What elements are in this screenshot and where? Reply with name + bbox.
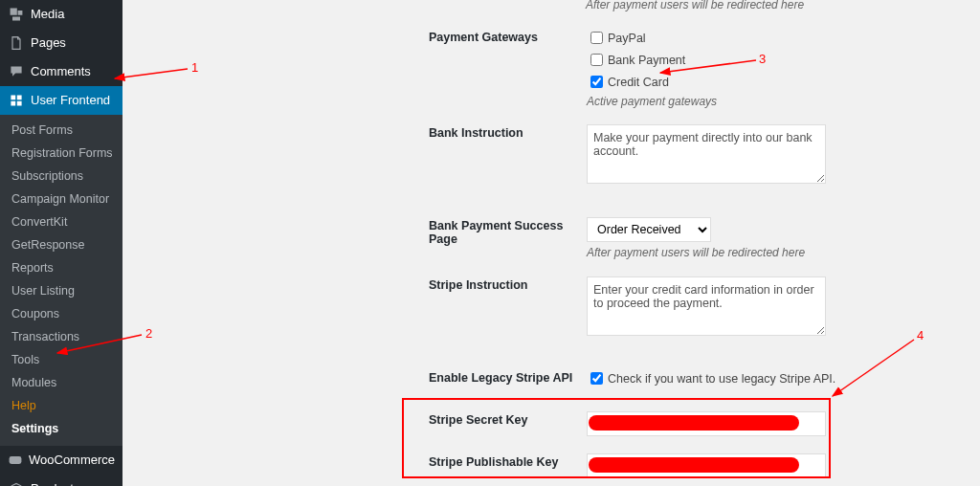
woo-icon: [8, 452, 23, 469]
redacted-bar: [589, 457, 799, 473]
submenu-transactions[interactable]: Transactions: [0, 325, 122, 348]
checkbox-credit-card[interactable]: [590, 76, 603, 88]
submenu-registration-forms[interactable]: Registration Forms: [0, 142, 122, 165]
annotation-3: 3: [759, 52, 766, 66]
bank-success-hint: After payment users will be redirected h…: [587, 246, 946, 259]
submenu-modules[interactable]: Modules: [0, 371, 122, 394]
submenu-convertkit[interactable]: ConvertKit: [0, 210, 122, 233]
sidebar-label: Media: [31, 7, 64, 22]
sidebar-item-user-frontend[interactable]: User Frontend: [0, 86, 122, 115]
gateway-label: PayPal: [608, 32, 646, 45]
sidebar-label: Products: [31, 481, 79, 486]
annotation-1: 1: [191, 60, 198, 75]
label-legacy-stripe: Enable Legacy Stripe API: [429, 369, 587, 385]
label-bank-success-page: Bank Payment Success Page: [429, 217, 587, 246]
admin-sidebar: Media Pages Comments User Frontend Post …: [0, 0, 122, 486]
submenu-campaign-monitor[interactable]: Campaign Monitor: [0, 188, 122, 210]
submenu-getresponse[interactable]: GetResponse: [0, 233, 122, 256]
submenu-user-listing[interactable]: User Listing: [0, 279, 122, 302]
checkbox-bank[interactable]: [590, 54, 603, 66]
legacy-stripe-option[interactable]: Check if you want to use legacy Stripe A…: [587, 369, 946, 387]
comments-icon: [8, 63, 25, 80]
select-bank-success-page[interactable]: Order Received: [587, 217, 711, 242]
submenu-subscriptions[interactable]: Subscriptions: [0, 165, 122, 188]
sidebar-submenu: Post Forms Registration Forms Subscripti…: [0, 115, 122, 446]
submenu-help[interactable]: Help: [0, 394, 122, 417]
redacted-bar: [589, 415, 799, 431]
pages-icon: [8, 34, 25, 52]
submenu-reports[interactable]: Reports: [0, 256, 122, 279]
products-icon: [8, 480, 25, 486]
gateway-label: Credit Card: [608, 76, 669, 89]
sidebar-label: Comments: [31, 64, 91, 79]
user-frontend-icon: [8, 92, 25, 109]
gateway-option-credit-card[interactable]: Credit Card: [587, 73, 946, 91]
main-content: After payment users will be redirected h…: [122, 0, 980, 486]
submenu-coupons[interactable]: Coupons: [0, 302, 122, 325]
label-payment-gateways: Payment Gateways: [429, 29, 587, 44]
textarea-bank-instruction[interactable]: Make your payment directly into our bank…: [587, 124, 826, 184]
gateway-option-paypal[interactable]: PayPal: [587, 29, 946, 47]
sidebar-item-products[interactable]: Products: [0, 475, 122, 486]
textarea-stripe-instruction[interactable]: Enter your credit card information in or…: [587, 276, 826, 336]
sidebar-label: WooCommerce: [29, 453, 115, 468]
submenu-tools[interactable]: Tools: [0, 348, 122, 371]
submenu-settings[interactable]: Settings: [0, 417, 122, 440]
sidebar-item-woocommerce[interactable]: WooCommerce: [0, 446, 122, 475]
submenu-post-forms[interactable]: Post Forms: [0, 119, 122, 142]
label-stripe-secret-key: Stripe Secret Key: [429, 411, 587, 427]
gateways-hint: Active payment gateways: [587, 95, 946, 108]
checkbox-paypal[interactable]: [590, 32, 603, 44]
legacy-stripe-text: Check if you want to use legacy Stripe A…: [608, 372, 835, 386]
label-stripe-publishable-key: Stripe Publishable Key: [429, 453, 587, 469]
gateway-label: Bank Payment: [608, 54, 685, 67]
sidebar-item-comments[interactable]: Comments: [0, 57, 122, 86]
redirect-hint-top: After payment users will be redirected h…: [586, 0, 804, 11]
checkbox-legacy-stripe[interactable]: [590, 372, 603, 385]
label-stripe-instruction: Stripe Instruction: [429, 276, 587, 292]
annotation-4: 4: [917, 328, 924, 342]
label-bank-instruction: Bank Instruction: [429, 124, 587, 140]
media-icon: [8, 6, 25, 23]
svg-rect-0: [10, 456, 22, 464]
sidebar-label: User Frontend: [31, 93, 110, 108]
sidebar-label: Pages: [31, 35, 66, 51]
sidebar-item-pages[interactable]: Pages: [0, 29, 122, 57]
gateway-option-bank[interactable]: Bank Payment: [587, 51, 946, 69]
annotation-2: 2: [145, 326, 152, 341]
sidebar-item-media[interactable]: Media: [0, 0, 122, 29]
